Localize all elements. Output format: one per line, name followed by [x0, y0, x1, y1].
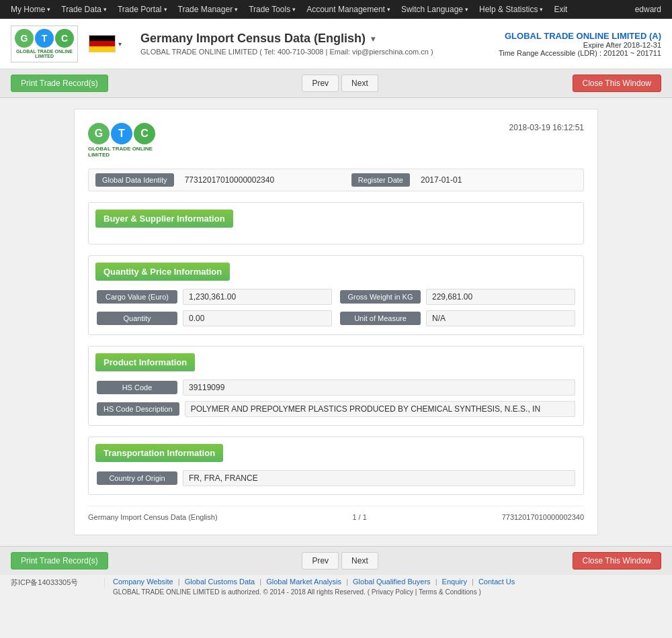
- gross-weight-value: 229,681.00: [426, 289, 575, 305]
- logo-subtitle: GLOBAL TRADE ONLINE LIMITED: [11, 49, 77, 58]
- global-data-identity-value: 77312017010000002340: [185, 175, 341, 185]
- nav-exit[interactable]: Exit: [548, 0, 573, 19]
- footer-left: Germany Import Census Data (English): [88, 513, 218, 521]
- print-button-top[interactable]: Print Trade Record(s): [11, 75, 108, 92]
- logo-c: C: [55, 29, 74, 48]
- unit-of-measure-label: Unit of Measure: [340, 312, 421, 325]
- page-subtitle: GLOBAL TRADE ONLINE LIMITED ( Tel: 400-7…: [140, 48, 499, 56]
- title-area: Germany Import Census Data (English) ▾ G…: [130, 32, 499, 56]
- card-logo-g: G: [88, 123, 110, 144]
- product-body: HS Code 39119099 HS Code Description POL…: [89, 371, 583, 425]
- country-of-origin-value: FR, FRA, FRANCE: [183, 470, 575, 486]
- transportation-body: Country of Origin FR, FRA, FRANCE: [89, 462, 583, 494]
- record-card: G T C GLOBAL TRADE ONLINE LIMITED 2018-0…: [74, 109, 598, 535]
- footer-link-enquiry[interactable]: Enquiry: [442, 578, 467, 586]
- close-button-bottom[interactable]: Close This Window: [573, 552, 661, 569]
- register-date-value: 2017-01-01: [421, 175, 577, 185]
- nav-trade-tools[interactable]: Trade Tools ▾: [243, 0, 301, 19]
- footer-link-qualified-buyers[interactable]: Global Qualified Buyers: [353, 578, 431, 586]
- username-display: edward: [630, 5, 667, 14]
- card-logo-t: T: [111, 123, 132, 144]
- germany-flag: [89, 35, 116, 52]
- footer-right: 77312017010000002340: [502, 513, 584, 521]
- next-button-bottom[interactable]: Next: [341, 552, 378, 569]
- close-button-top[interactable]: Close This Window: [573, 75, 661, 92]
- footer-link-market-analysis[interactable]: Global Market Analysis: [266, 578, 341, 586]
- logo-t: T: [35, 29, 54, 48]
- next-button-top[interactable]: Next: [341, 75, 378, 92]
- chevron-down-icon: ▾: [47, 6, 50, 13]
- footer-link-contact[interactable]: Contact Us: [478, 578, 515, 586]
- hs-code-desc-label: HS Code Description: [97, 402, 179, 416]
- nav-help-statistics[interactable]: Help & Statistics ▾: [474, 0, 548, 19]
- cargo-value-label: Cargo Value (Euro): [97, 290, 177, 304]
- nav-trade-manager[interactable]: Trade Manager ▾: [173, 0, 244, 19]
- chevron-down-icon: ▾: [164, 6, 167, 13]
- hs-code-label: HS Code: [97, 381, 177, 394]
- logo-area: G T C GLOBAL TRADE ONLINE LIMITED: [11, 26, 89, 62]
- product-title: Product Information: [95, 353, 195, 371]
- nav-trade-portal[interactable]: Trade Portal ▾: [112, 0, 173, 19]
- title-dropdown-icon[interactable]: ▾: [371, 34, 375, 44]
- nav-my-home[interactable]: My Home ▾: [5, 0, 56, 19]
- unit-of-measure-group: Unit of Measure N/A: [340, 310, 575, 326]
- toolbar-left: Print Trade Record(s): [11, 75, 108, 92]
- prev-button-bottom[interactable]: Prev: [302, 552, 339, 569]
- footer-nav-links: Company Website | Global Customs Data | …: [113, 578, 661, 586]
- country-of-origin-label: Country of Origin: [97, 471, 177, 485]
- record-timestamp: 2018-03-19 16:12:51: [509, 123, 584, 132]
- chevron-down-icon: ▾: [292, 6, 296, 13]
- nav-account-management[interactable]: Account Management ▾: [301, 0, 396, 19]
- gross-weight-label: Gross Weight in KG: [340, 290, 421, 304]
- footer-links-area: Company Website | Global Customs Data | …: [113, 578, 661, 596]
- transportation-title: Transportation Information: [95, 444, 223, 462]
- quantity-price-row-1: Cargo Value (Euro) 1,230,361.00 Gross We…: [97, 289, 575, 305]
- page-title: Germany Import Census Data (English) ▾: [140, 32, 499, 46]
- quantity-value: 0.00: [183, 310, 332, 326]
- quantity-price-title: Quantity & Price Information: [95, 263, 230, 281]
- buyer-supplier-title: Buyer & Supplier Information: [95, 210, 233, 228]
- page-header: G T C GLOBAL TRADE ONLINE LIMITED ▾ Germ…: [0, 19, 672, 69]
- time-range: Time Range Accessible (LDR) : 201201 ~ 2…: [499, 49, 661, 57]
- product-section: Product Information HS Code 39119099 HS …: [88, 346, 584, 426]
- bottom-toolbar-right: Close This Window: [573, 552, 661, 569]
- quantity-price-body: Cargo Value (Euro) 1,230,361.00 Gross We…: [89, 281, 583, 334]
- hs-code-desc-group: HS Code Description POLYMER AND PREPOLYM…: [97, 401, 575, 417]
- buyer-supplier-body: [89, 228, 583, 244]
- hs-code-group: HS Code 39119099: [97, 379, 575, 396]
- nav-trade-data[interactable]: Trade Data ▾: [56, 0, 112, 19]
- hs-code-value: 39119099: [183, 379, 575, 396]
- flag-selector[interactable]: ▾: [89, 35, 122, 52]
- chevron-down-icon: ▾: [540, 6, 543, 13]
- chevron-down-icon: ▾: [387, 6, 390, 13]
- chevron-down-icon: ▾: [465, 6, 468, 13]
- card-footer: Germany Import Census Data (English) 1 /…: [88, 506, 584, 521]
- toolbar-center: Prev Next: [302, 75, 378, 92]
- card-logo-c: C: [134, 123, 155, 144]
- cargo-value-group: Cargo Value (Euro) 1,230,361.00: [97, 289, 332, 305]
- flag-stripe-red: [89, 41, 115, 46]
- footer-copyright: GLOBAL TRADE ONLINE LIMITED is authorize…: [113, 588, 661, 596]
- chevron-down-icon: ▾: [103, 6, 107, 13]
- print-button-bottom[interactable]: Print Trade Record(s): [11, 552, 108, 569]
- toolbar-right: Close This Window: [573, 75, 661, 92]
- company-name: GLOBAL TRADE ONLINE LIMITED (A): [499, 31, 661, 41]
- main-content: G T C GLOBAL TRADE ONLINE LIMITED 2018-0…: [0, 98, 672, 546]
- quantity-price-section: Quantity & Price Information Cargo Value…: [88, 255, 584, 335]
- gross-weight-group: Gross Weight in KG 229,681.00: [340, 289, 575, 305]
- nav-switch-language[interactable]: Switch Language ▾: [396, 0, 474, 19]
- bottom-toolbar-left: Print Trade Record(s): [11, 552, 108, 569]
- footer-link-company-website[interactable]: Company Website: [113, 578, 173, 586]
- prev-button-top[interactable]: Prev: [302, 75, 339, 92]
- product-row-2: HS Code Description POLYMER AND PREPOLYM…: [97, 401, 575, 417]
- bottom-toolbar-center: Prev Next: [302, 552, 378, 569]
- global-data-identity-label: Global Data Identity: [95, 173, 174, 187]
- flag-stripe-black: [89, 36, 115, 41]
- quantity-price-row-2: Quantity 0.00 Unit of Measure N/A: [97, 310, 575, 326]
- quantity-label: Quantity: [97, 312, 177, 325]
- flag-dropdown-arrow: ▾: [118, 40, 122, 48]
- footer-link-global-customs[interactable]: Global Customs Data: [185, 578, 255, 586]
- flag-stripe-yellow: [89, 46, 115, 52]
- quantity-group: Quantity 0.00: [97, 310, 332, 326]
- card-logo-text: GLOBAL TRADE ONLINE LIMITED: [88, 146, 169, 158]
